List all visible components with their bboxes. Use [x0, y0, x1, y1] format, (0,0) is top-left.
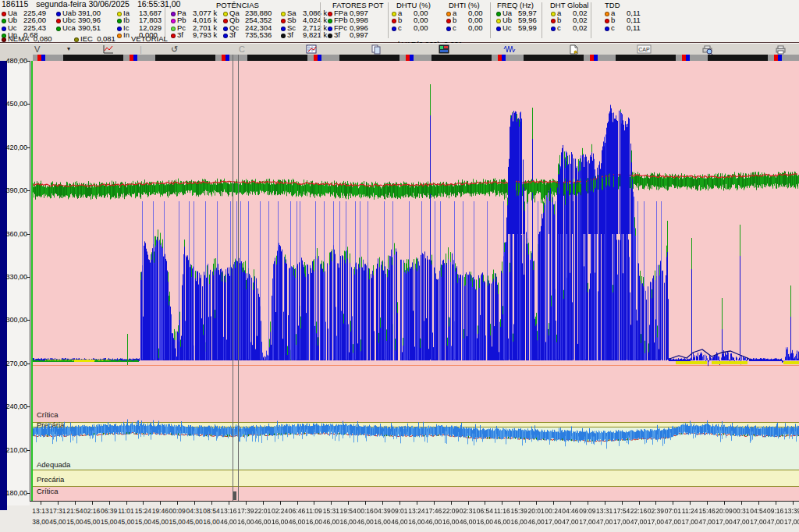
measure-row: c0,11	[605, 24, 641, 31]
x-time-label: 02:24	[272, 508, 288, 515]
chart-edit-icon[interactable]	[306, 44, 318, 55]
x-time-label: 09:09	[579, 508, 595, 515]
header-separator	[388, 2, 389, 38]
x-time-label: 20:01	[527, 508, 544, 515]
waveform-canvas[interactable]	[33, 61, 799, 501]
y-tick-label: 480,00	[5, 58, 27, 65]
series-color-dot-icon	[117, 19, 122, 23]
print-icon[interactable]	[775, 44, 787, 55]
x-tick-mark	[655, 501, 656, 505]
series-color-dot-icon	[446, 27, 451, 31]
series-color-dot-icon	[171, 12, 176, 16]
vetorial-label[interactable]: VETORIAL	[131, 35, 168, 43]
waveform-icon[interactable]	[503, 44, 516, 55]
x-time-label: 04:31	[186, 508, 202, 515]
x-seconds-label: 16,00	[442, 519, 459, 526]
channel-selector-button[interactable]: V	[34, 44, 40, 55]
y-tick-label: 270,00	[5, 360, 27, 367]
x-tick-mark	[673, 501, 673, 505]
tdd-title: TDD	[605, 2, 620, 9]
measure-value: 0,997	[350, 30, 368, 39]
record-time: 16:55:31,00	[137, 0, 180, 9]
x-tick-mark	[143, 501, 144, 505]
series-color-dot-icon	[2, 12, 6, 16]
x-tick-mark	[741, 501, 742, 505]
measure-label: 3f	[287, 31, 303, 38]
series-color-dot-icon	[223, 34, 228, 38]
x-seconds-label: 47,00	[767, 519, 783, 526]
series-color-dot-icon	[551, 12, 556, 16]
y-tick-label: 240,00	[5, 403, 27, 410]
x-tick-mark	[382, 501, 383, 505]
time-cursor-handle[interactable]	[233, 491, 236, 500]
time-cursor[interactable]	[233, 55, 239, 501]
series-color-dot-icon	[223, 27, 228, 31]
x-tick-mark	[553, 501, 554, 505]
x-tick-mark	[417, 501, 417, 505]
plot-area[interactable]: CríticaPrecáriaAdequadaPrecáriaCrítica	[33, 61, 799, 501]
x-time-label: 22:09	[442, 508, 459, 515]
measure-value: 9,793 k	[193, 30, 217, 39]
x-seconds-label: 17,00	[716, 519, 732, 526]
x-tick-mark	[211, 501, 212, 505]
y-tick-label: 180,00	[5, 490, 27, 497]
x-seconds-label: 46,00	[460, 519, 476, 526]
series-color-dot-icon	[223, 12, 228, 16]
x-time-label: 13:31	[596, 508, 613, 515]
x-tick-mark	[519, 501, 520, 505]
series-color-dot-icon	[605, 27, 609, 31]
x-time-label: 15:31	[323, 508, 339, 515]
measure-value: 735,536	[245, 30, 272, 39]
series-color-dot-icon	[2, 37, 6, 42]
measure-value: 0,00	[468, 23, 483, 32]
image-view-icon[interactable]	[439, 44, 449, 55]
x-time-label: 19:54	[340, 508, 357, 515]
header-separator	[165, 2, 165, 38]
series-color-dot-icon	[605, 19, 609, 23]
series-color-dot-icon	[2, 27, 6, 31]
new-document-icon[interactable]	[569, 44, 579, 55]
x-time-label: 06:46	[289, 508, 305, 515]
x-seconds-label: 15,00	[135, 519, 151, 526]
freq-title: FREQ (Hz)	[497, 2, 534, 9]
x-time-label: 22:01	[254, 508, 271, 515]
undo-icon[interactable]: ↺	[171, 44, 178, 55]
redo-icon[interactable]: C	[239, 44, 245, 55]
event-timeline-strip[interactable]	[33, 55, 799, 61]
x-tick-mark	[451, 501, 452, 505]
print-preview-icon[interactable]	[701, 44, 713, 55]
panel-reactive-power: Qa238,880Qb254,352Qc242,3043f735,536	[223, 9, 272, 39]
x-seconds-label: 16,00	[511, 519, 527, 526]
copy-icon[interactable]	[371, 44, 382, 55]
x-time-label: 11:24	[682, 508, 698, 515]
device-id: 186115	[2, 0, 28, 9]
x-tick-mark	[331, 501, 332, 505]
series-color-dot-icon	[171, 34, 176, 38]
x-tick-mark	[263, 501, 264, 505]
x-seconds-label: 45,00	[83, 519, 100, 526]
x-seconds-label: 46,00	[254, 519, 271, 526]
x-tick-mark	[280, 501, 281, 505]
series-color-dot-icon	[328, 27, 332, 31]
measure-row: Uca390,51	[56, 24, 101, 31]
x-time-label: 17:54	[613, 508, 630, 515]
toolbar-separator: |	[140, 44, 142, 55]
measure-label: Uca	[62, 24, 78, 31]
series-color-dot-icon	[496, 12, 501, 16]
x-seconds-label: 16,00	[306, 519, 322, 526]
panel-dht-global: a0,02b0,02c0,02	[551, 9, 588, 31]
x-time-label: 21:54	[66, 508, 83, 515]
x-seconds-label: 16,00	[374, 519, 390, 526]
y-tick-label: 330,00	[5, 274, 27, 281]
series-color-dot-icon	[328, 19, 332, 23]
bottom-strip	[0, 529, 799, 532]
series-color-dot-icon	[56, 12, 61, 16]
cap-file-icon[interactable]: CAP	[637, 44, 652, 55]
measure-value: 0,11	[627, 23, 641, 32]
fatores-pot-title: FATORES POT	[332, 2, 384, 9]
x-time-label: 20:09	[716, 508, 732, 515]
chevron-down-icon[interactable]: ▾	[67, 44, 70, 55]
vertical-scrollbar[interactable]	[0, 61, 7, 510]
line-chart-icon[interactable]	[102, 44, 114, 55]
y-tick-label: 420,00	[5, 144, 27, 151]
